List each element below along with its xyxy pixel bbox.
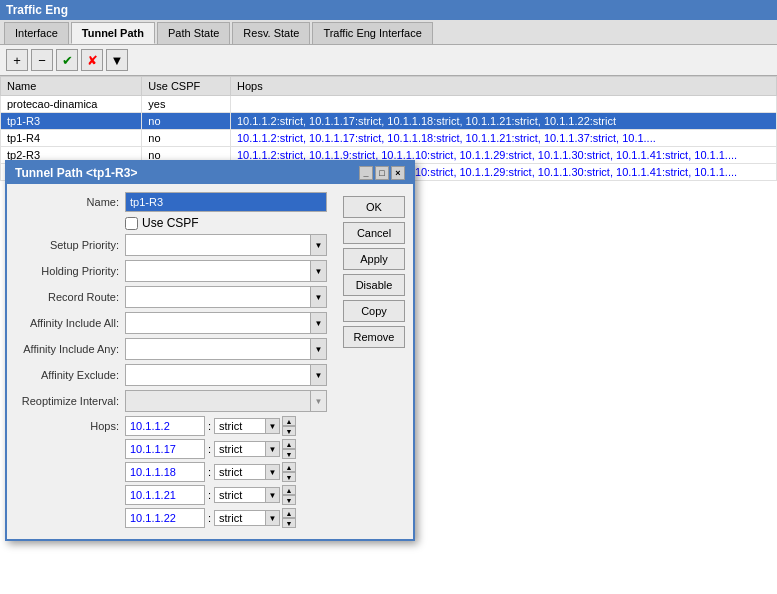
table-row[interactable]: tp1-R3 no 10.1.1.2:strict, 10.1.1.17:str… — [1, 113, 777, 130]
affinity-include-any-value — [126, 339, 310, 359]
setup-priority-arrow[interactable]: ▼ — [310, 235, 326, 255]
hop-row: : strict ▼ ▲ ▼ — [15, 508, 327, 528]
dialog-minimize-button[interactable]: _ — [359, 166, 373, 180]
hop-type-arrow[interactable]: ▼ — [265, 419, 279, 433]
hop-up-button[interactable]: ▲ — [282, 416, 296, 426]
hop-row: : strict ▼ ▲ ▼ — [15, 485, 327, 505]
affinity-include-all-arrow[interactable]: ▼ — [310, 313, 326, 333]
hop-up-button[interactable]: ▲ — [282, 439, 296, 449]
tab-interface[interactable]: Interface — [4, 22, 69, 44]
hop-type-select[interactable]: strict ▼ — [214, 510, 280, 526]
name-input[interactable] — [125, 192, 327, 212]
cell-hops: 10.1.1.2:strict, 10.1.1.17:strict, 10.1.… — [230, 130, 776, 147]
hop-type-select[interactable]: strict ▼ — [214, 487, 280, 503]
apply-button[interactable]: ✔ — [56, 49, 78, 71]
dialog-close-button[interactable]: × — [391, 166, 405, 180]
filter-button[interactable]: ▼ — [106, 49, 128, 71]
copy-btn[interactable]: Copy — [343, 300, 405, 322]
tab-resv-state[interactable]: Resv. State — [232, 22, 310, 44]
table-row[interactable]: protecao-dinamica yes — [1, 96, 777, 113]
affinity-exclude-arrow[interactable]: ▼ — [310, 365, 326, 385]
affinity-include-all-row: Affinity Include All: ▼ — [15, 312, 327, 334]
apply-btn[interactable]: Apply — [343, 248, 405, 270]
affinity-include-any-arrow[interactable]: ▼ — [310, 339, 326, 359]
dialog-form: Name: Use CSPF Setup Priority: ▼ Holding… — [7, 192, 335, 531]
hop-ip-input[interactable] — [125, 416, 205, 436]
disable-btn[interactable]: Disable — [343, 274, 405, 296]
cell-use-cspf: yes — [142, 96, 231, 113]
hop-type-arrow[interactable]: ▼ — [265, 465, 279, 479]
hop-up-button[interactable]: ▲ — [282, 462, 296, 472]
cancel-button[interactable]: ✘ — [81, 49, 103, 71]
hop-ip-input[interactable] — [125, 508, 205, 528]
hop-type-select[interactable]: strict ▼ — [214, 418, 280, 434]
cell-name: tp1-R3 — [1, 113, 142, 130]
affinity-include-all-value — [126, 313, 310, 333]
hop-type-select[interactable]: strict ▼ — [214, 464, 280, 480]
tab-traffic-eng-interface[interactable]: Traffic Eng Interface — [312, 22, 432, 44]
affinity-include-any-row: Affinity Include Any: ▼ — [15, 338, 327, 360]
setup-priority-value — [126, 235, 310, 255]
add-button[interactable]: + — [6, 49, 28, 71]
dialog-body: Name: Use CSPF Setup Priority: ▼ Holding… — [7, 184, 413, 539]
affinity-include-any-select[interactable]: ▼ — [125, 338, 327, 360]
setup-priority-select[interactable]: ▼ — [125, 234, 327, 256]
hop-down-button[interactable]: ▼ — [282, 518, 296, 528]
tab-tunnel-path[interactable]: Tunnel Path — [71, 22, 155, 44]
hop-ip-input[interactable] — [125, 485, 205, 505]
tab-bar: Interface Tunnel Path Path State Resv. S… — [0, 20, 777, 45]
hop-row: : strict ▼ ▲ ▼ — [15, 462, 327, 482]
hop-type-select[interactable]: strict ▼ — [214, 441, 280, 457]
dialog-title-buttons: _ □ × — [359, 166, 405, 180]
remove-button[interactable]: − — [31, 49, 53, 71]
record-route-arrow[interactable]: ▼ — [310, 287, 326, 307]
remove-btn[interactable]: Remove — [343, 326, 405, 348]
affinity-exclude-value — [126, 365, 310, 385]
hop-ip-input[interactable] — [125, 439, 205, 459]
hop-ip-input[interactable] — [125, 462, 205, 482]
hop-separator: : — [205, 466, 214, 478]
hop-type-arrow[interactable]: ▼ — [265, 442, 279, 456]
affinity-exclude-select[interactable]: ▼ — [125, 364, 327, 386]
cell-use-cspf: no — [142, 113, 231, 130]
cell-hops — [230, 96, 776, 113]
reoptimize-interval-value — [126, 391, 310, 411]
hop-type-arrow[interactable]: ▼ — [265, 488, 279, 502]
affinity-exclude-row: Affinity Exclude: ▼ — [15, 364, 327, 386]
hop-down-button[interactable]: ▼ — [282, 426, 296, 436]
table-row[interactable]: tp1-R4 no 10.1.1.2:strict, 10.1.1.17:str… — [1, 130, 777, 147]
hop-type-value: strict — [215, 465, 265, 479]
cell-use-cspf: no — [142, 130, 231, 147]
ok-button[interactable]: OK — [343, 196, 405, 218]
holding-priority-label: Holding Priority: — [15, 265, 125, 277]
hop-down-button[interactable]: ▼ — [282, 449, 296, 459]
hop-type-value: strict — [215, 442, 265, 456]
affinity-include-all-select[interactable]: ▼ — [125, 312, 327, 334]
cell-name: protecao-dinamica — [1, 96, 142, 113]
hops-label: Hops: — [15, 420, 125, 432]
setup-priority-label: Setup Priority: — [15, 239, 125, 251]
dialog-maximize-button[interactable]: □ — [375, 166, 389, 180]
hop-type-arrow[interactable]: ▼ — [265, 511, 279, 525]
hop-down-button[interactable]: ▼ — [282, 495, 296, 505]
hop-separator: : — [205, 512, 214, 524]
affinity-exclude-label: Affinity Exclude: — [15, 369, 125, 381]
dialog-title-bar: Tunnel Path <tp1-R3> _ □ × — [7, 162, 413, 184]
hop-spinners: ▲ ▼ — [282, 462, 296, 482]
hop-up-button[interactable]: ▲ — [282, 485, 296, 495]
hop-spinners: ▲ ▼ — [282, 508, 296, 528]
affinity-include-any-label: Affinity Include Any: — [15, 343, 125, 355]
hop-separator: : — [205, 443, 214, 455]
holding-priority-select[interactable]: ▼ — [125, 260, 327, 282]
tab-path-state[interactable]: Path State — [157, 22, 230, 44]
use-cspf-checkbox[interactable] — [125, 217, 138, 230]
holding-priority-value — [126, 261, 310, 281]
holding-priority-arrow[interactable]: ▼ — [310, 261, 326, 281]
record-route-select[interactable]: ▼ — [125, 286, 327, 308]
hop-row: : strict ▼ ▲ ▼ — [15, 439, 327, 459]
col-use-cspf: Use CSPF — [142, 77, 231, 96]
hop-type-value: strict — [215, 511, 265, 525]
hop-down-button[interactable]: ▼ — [282, 472, 296, 482]
hop-up-button[interactable]: ▲ — [282, 508, 296, 518]
cancel-btn[interactable]: Cancel — [343, 222, 405, 244]
